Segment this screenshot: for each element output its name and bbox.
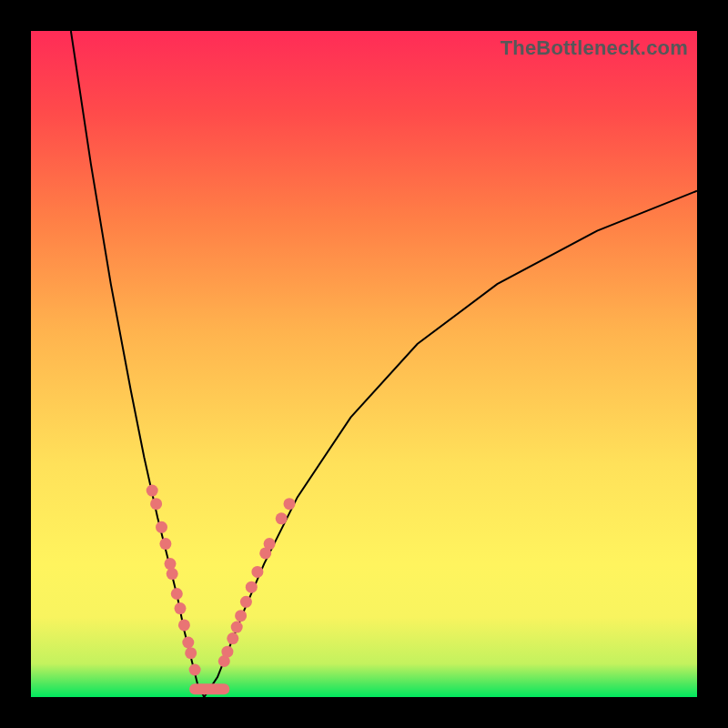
bead-point <box>156 521 167 533</box>
curve-right-branch <box>204 191 697 697</box>
bead-point <box>227 632 238 644</box>
bead-point <box>246 581 258 593</box>
bottleneck-curve <box>31 31 697 697</box>
bead-point <box>150 498 162 510</box>
bead-point <box>221 646 233 658</box>
bead-point <box>171 588 183 600</box>
bead-point <box>235 610 247 622</box>
bead-point <box>167 568 178 580</box>
bead-point <box>251 566 263 578</box>
chart-frame: TheBottleneck.com <box>0 0 728 728</box>
bead-point <box>189 664 201 676</box>
bead-point <box>231 622 243 633</box>
bead-point <box>159 538 171 550</box>
bead-point <box>284 498 296 510</box>
bead-point <box>185 647 197 659</box>
bead-point <box>182 637 194 649</box>
bead-point <box>178 619 190 631</box>
curve-left-branch <box>71 31 204 697</box>
bead-point <box>165 558 177 570</box>
bead-point <box>276 512 288 524</box>
plot-area: TheBottleneck.com <box>31 31 697 697</box>
bead-point <box>175 602 187 614</box>
bead-point <box>264 538 276 550</box>
bead-point <box>147 485 158 497</box>
bead-point <box>240 596 252 608</box>
